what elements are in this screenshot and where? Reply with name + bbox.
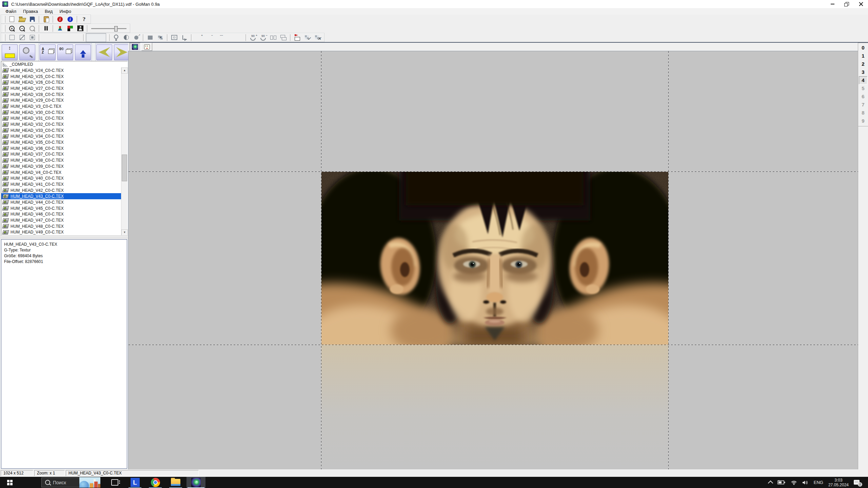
swap-button[interactable]: [156, 34, 165, 42]
mip-level-8[interactable]: 8: [858, 109, 868, 117]
taskbar-goman[interactable]: [186, 477, 205, 488]
taskbar-clock[interactable]: 3:03 27.05.2024: [828, 478, 849, 487]
forward-button[interactable]: [114, 44, 130, 60]
sort-az-button[interactable]: [40, 44, 56, 60]
up-button[interactable]: [75, 44, 91, 60]
extract-button[interactable]: [2, 44, 18, 60]
notification-center-button[interactable]: 2: [854, 480, 861, 486]
list-header-compiled[interactable]: _COMPILED: [1, 61, 127, 67]
person-rgb-button[interactable]: [55, 24, 65, 33]
file-list-item[interactable]: HUM_HEAD_V29_C0-C.TEX: [1, 97, 121, 103]
person-bw-button[interactable]: [76, 24, 85, 33]
flag-d-button[interactable]: [72, 34, 81, 42]
blank-button[interactable]: [86, 33, 106, 42]
file-list-item[interactable]: HUM_HEAD_V46_C0-C.TEX: [1, 211, 121, 218]
rot90-plus-button[interactable]: +: [248, 34, 258, 42]
sel-rect-button[interactable]: [7, 34, 17, 42]
list-scrollbar[interactable]: ▲ ▼: [121, 67, 127, 236]
mip-level-2[interactable]: 2: [858, 60, 868, 68]
start-button[interactable]: [0, 477, 20, 488]
file-list-item[interactable]: HUM_HEAD_V3_C0-C.TEX: [1, 103, 121, 109]
scroll-thumb[interactable]: [122, 155, 127, 181]
zoom-off-button[interactable]: [27, 24, 37, 33]
file-list-item[interactable]: HUM_HEAD_V28_C0-C.TEX: [1, 92, 121, 98]
mip-level-1[interactable]: 1: [858, 52, 868, 60]
battery-icon[interactable]: [777, 480, 786, 485]
file-list-item[interactable]: HUM_HEAD_V25_C0-C.TEX: [1, 74, 121, 80]
taskbar-explorer[interactable]: [166, 477, 185, 488]
glasses-plus-button[interactable]: +: [194, 34, 203, 42]
rot90-minus-button[interactable]: −: [258, 34, 268, 42]
tray-overflow-chevron-icon[interactable]: [768, 481, 773, 486]
apply-check-button[interactable]: [303, 34, 312, 42]
toolbar-grip[interactable]: [4, 16, 5, 23]
flag-b-button[interactable]: [52, 34, 61, 42]
mip-level-9[interactable]: 9: [858, 117, 868, 125]
close-button[interactable]: [854, 0, 868, 8]
search-highlight-image[interactable]: [79, 477, 100, 488]
file-list-item[interactable]: HUM_HEAD_V4_C0-C.TEX: [1, 169, 121, 176]
file-list-item[interactable]: HUM_HEAD_V33_C0-C.TEX: [1, 127, 121, 134]
flag-a-button[interactable]: [41, 34, 51, 42]
stack-button[interactable]: [279, 34, 288, 42]
file-list-item[interactable]: HUM_HEAD_V31_C0-C.TEX: [1, 116, 121, 122]
sel-fill-button[interactable]: [27, 34, 37, 42]
file-list-item[interactable]: HUM_HEAD_V32_C0-C.TEX: [1, 121, 121, 127]
sort-09-button[interactable]: [57, 44, 73, 60]
preview-canvas[interactable]: [128, 51, 858, 469]
sel-diag-button[interactable]: [17, 34, 27, 42]
info-blue-button[interactable]: [65, 15, 75, 23]
menu-Правка[interactable]: Правка: [20, 9, 41, 14]
taskbar-app-l[interactable]: [125, 477, 144, 488]
file-list-item[interactable]: HUM_HEAD_V40_C0-C.TEX: [1, 175, 121, 181]
taskbar-search[interactable]: Поиск: [41, 477, 100, 487]
mirror-dd-button[interactable]: [269, 34, 278, 42]
panel-splitter[interactable]: [0, 235, 128, 239]
file-list-item[interactable]: HUM_HEAD_V45_C0-C.TEX: [1, 205, 121, 211]
mip-level-7[interactable]: 7: [858, 101, 868, 109]
checker-rgb-button[interactable]: [65, 24, 75, 33]
file-list-item[interactable]: HUM_HEAD_V39_C0-C.TEX: [1, 163, 121, 169]
mip-level-6[interactable]: 6: [858, 93, 868, 101]
file-list-item[interactable]: HUM_HEAD_V37_C0-C.TEX: [1, 151, 121, 158]
restore-button[interactable]: [840, 0, 854, 8]
file-list-item[interactable]: HUM_HEAD_V41_C0-C.TEX: [1, 181, 121, 187]
mip-level-4[interactable]: 4: [859, 76, 867, 84]
search-button[interactable]: [19, 44, 35, 60]
glasses-minus-button[interactable]: −: [204, 34, 213, 42]
toolbar-grip[interactable]: [108, 34, 110, 41]
import-flag-button[interactable]: [293, 34, 302, 42]
bulb-button[interactable]: [111, 34, 121, 42]
taskbar-chrome[interactable]: [146, 477, 165, 488]
file-list-item[interactable]: HUM_HEAD_V34_C0-C.TEX: [1, 134, 121, 140]
wifi-icon[interactable]: [791, 480, 797, 485]
back-button[interactable]: [96, 44, 112, 60]
tab-texture-view[interactable]: [130, 43, 140, 51]
mip-level-0[interactable]: 0: [858, 44, 868, 52]
menu-Вид[interactable]: Вид: [41, 9, 56, 14]
gray-square-button[interactable]: [145, 34, 155, 42]
slider-thumb[interactable]: [114, 26, 118, 32]
language-indicator[interactable]: ENG: [814, 480, 823, 485]
zoom-in-button[interactable]: [7, 24, 17, 33]
axes-button[interactable]: [180, 34, 189, 42]
file-list-item[interactable]: HUM_HEAD_V30_C0-C.TEX: [1, 109, 121, 116]
file-list-item[interactable]: HUM_HEAD_V42_C0-C.TEX: [1, 187, 121, 194]
file-list-item[interactable]: HUM_HEAD_V43_C0-C.TEX: [1, 193, 121, 199]
flag-c-button[interactable]: [62, 34, 71, 42]
mip-level-5[interactable]: 5: [858, 84, 868, 93]
mip-level-3[interactable]: 3: [858, 68, 868, 76]
file-list-item[interactable]: HUM_HEAD_V38_C0-C.TEX: [1, 157, 121, 163]
speaker-icon[interactable]: [802, 480, 809, 485]
file-list-item[interactable]: HUM_HEAD_V36_C0-C.TEX: [1, 145, 121, 151]
toolbar-grip[interactable]: [4, 34, 5, 41]
contrast-button[interactable]: [121, 34, 131, 42]
zoom-slider[interactable]: [91, 25, 126, 32]
help-button[interactable]: [79, 15, 89, 23]
file-list-item[interactable]: HUM_HEAD_V27_C0-C.TEX: [1, 85, 121, 92]
save-button[interactable]: [27, 15, 37, 23]
file-list-item[interactable]: HUM_HEAD_V44_C0-C.TEX: [1, 199, 121, 205]
texture-image[interactable]: [321, 171, 668, 345]
apply-cross-button[interactable]: [313, 34, 322, 42]
frame-button[interactable]: [170, 34, 179, 42]
